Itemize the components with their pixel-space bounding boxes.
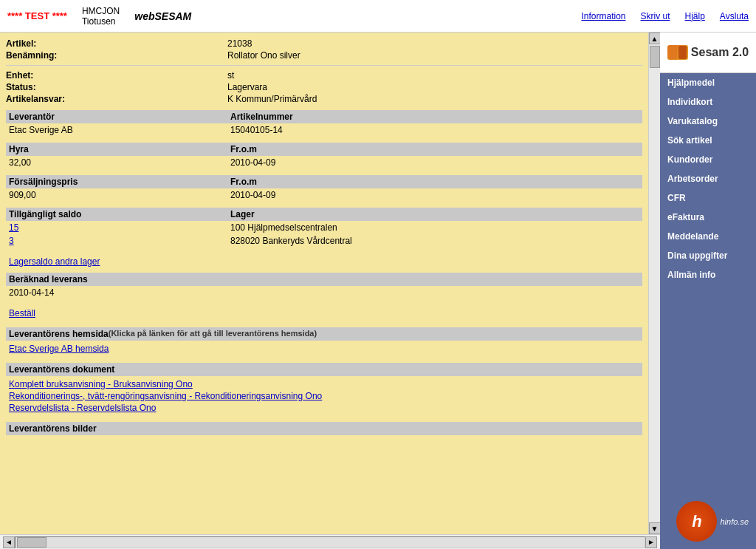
beraknad-data-row: 2010-04-14	[6, 286, 642, 299]
saldo-row1-lager: 100 Hjälpmedselscentralen	[230, 222, 639, 233]
hemsida-hint: (Klicka på länken för att gå till levera…	[109, 329, 317, 339]
app-name-suffix: SESAM	[154, 10, 191, 22]
enhet-row: Enhet: st	[6, 70, 642, 81]
sidebar-item-arbetsorder[interactable]: Arbetsorder	[660, 169, 756, 188]
sidebar-logo: Sesam 2.0	[660, 33, 756, 73]
artikelansvar-label: Artikelansvar:	[6, 94, 227, 104]
hemsida-label: Leverantörens hemsida	[9, 329, 109, 339]
enhet-value: st	[227, 70, 642, 81]
status-value: Lagervara	[227, 82, 642, 92]
user-line1: HMCJON	[82, 6, 120, 16]
nav-information[interactable]: Information	[581, 11, 625, 21]
forsaljningspris-col-header: Försäljningspris	[9, 177, 230, 187]
logo-box: Sesam 2.0	[667, 45, 749, 60]
hinfo-logo: h hinfo.se	[660, 494, 756, 549]
svg-rect-0	[669, 46, 677, 59]
dokument-section: Leverantörens dokument Komplett bruksanv…	[6, 363, 642, 416]
lagersaldo-section: Lagersaldo andra lager	[6, 253, 642, 270]
svg-rect-1	[678, 46, 687, 59]
dokument-link3[interactable]: Reservdelslista - Reservdelslista Ono	[9, 403, 639, 413]
content-area: Artikel: 21038 Benämning: Rollator Ono s…	[0, 33, 648, 534]
user-line2: Tiotusen	[82, 16, 120, 27]
dokument-link1[interactable]: Komplett bruksanvisning - Bruksanvisning…	[9, 379, 639, 389]
hyra-col-header: Hyra	[9, 144, 230, 154]
beraknad-label: Beräknad leverans	[9, 274, 88, 284]
nav-hjalp[interactable]: Hjälp	[685, 11, 705, 21]
sidebar-item-cfr[interactable]: CFR	[660, 188, 756, 208]
user-info: HMCJON Tiotusen	[82, 6, 120, 27]
status-label: Status:	[6, 82, 227, 92]
forsaljningspris-data-row: 909,00 2010-04-09	[6, 188, 642, 202]
sidebar-item-meddelande[interactable]: Meddelande	[660, 227, 756, 246]
app-name-prefix: web	[134, 10, 154, 22]
saldo-row1-value: 15	[9, 222, 230, 233]
nav-links: Information Skriv ut Hjälp Avsluta	[581, 11, 749, 21]
hyra-value: 32,00	[9, 157, 230, 168]
hyra-from-col-header: Fr.o.m	[230, 144, 639, 154]
sidebar-item-efaktura[interactable]: eFaktura	[660, 208, 756, 227]
hyra-from-value: 2010-04-09	[230, 157, 639, 168]
forsaljningspris-header: Försäljningspris Fr.o.m	[6, 175, 642, 188]
sidebar-item-kundorder[interactable]: Kundorder	[660, 150, 756, 169]
nav-avsluta[interactable]: Avsluta	[720, 11, 749, 21]
artikelnummer-value: 15040105-14	[230, 125, 639, 135]
dokument-link2[interactable]: Rekonditionerings-, tvätt-rengöringsanvi…	[9, 391, 639, 401]
sidebar-item-allman-info[interactable]: Allmän info	[660, 265, 756, 284]
divider1	[6, 65, 642, 66]
bestall-link[interactable]: Beställ	[9, 308, 639, 318]
artikel-label: Artikel:	[6, 38, 227, 49]
scroll-track[interactable]	[649, 44, 660, 522]
saldo-row2-lager: 828020 Bankeryds Vårdcentral	[230, 236, 639, 246]
saldo-col-header: Tillgängligt saldo	[9, 209, 230, 219]
artikel-row: Artikel: 21038	[6, 38, 642, 49]
sidebar-item-varukatalog[interactable]: Varukatalog	[660, 112, 756, 131]
dokument-links: Komplett bruksanvisning - Bruksanvisning…	[6, 376, 642, 416]
benamning-row: Benämning: Rollator Ono silver	[6, 50, 642, 61]
benamning-value: Rollator Ono silver	[227, 50, 642, 61]
sidebar-nav: HjälpmedelIndividkortVarukatalogSök arti…	[660, 73, 756, 284]
lager-col-header: Lager	[230, 209, 639, 219]
sidebar-item-hjalp-medel[interactable]: Hjälpmedel	[660, 73, 756, 92]
app-name: webSESAM	[134, 10, 191, 22]
dokument-label: Leverantörens dokument	[9, 364, 114, 375]
hyra-header: Hyra Fr.o.m	[6, 143, 642, 156]
scroll-thumb[interactable]	[650, 46, 660, 68]
scroll-thumb-horizontal[interactable]	[17, 537, 47, 548]
forsaljningspris-value: 909,00	[9, 190, 230, 200]
sidebar-item-sok-artikel[interactable]: Sök artikel	[660, 131, 756, 150]
saldo-header: Tillgängligt saldo Lager	[6, 208, 642, 221]
enhet-label: Enhet:	[6, 70, 227, 81]
nav-skriv-ut[interactable]: Skriv ut	[640, 11, 670, 21]
sidebar-item-dina-uppgifter[interactable]: Dina uppgifter	[660, 246, 756, 265]
logo-icon	[667, 45, 688, 60]
scroll-right-button[interactable]: ►	[645, 536, 657, 548]
scroll-up-button[interactable]: ▲	[649, 33, 661, 44]
top-bar: **** TEST **** HMCJON Tiotusen webSESAM …	[0, 0, 756, 33]
scroll-down-button[interactable]: ▼	[649, 522, 661, 534]
saldo-row2-link[interactable]: 3	[9, 236, 14, 246]
content-inner: Artikel: 21038 Benämning: Rollator Ono s…	[0, 33, 648, 441]
scroll-track-horizontal[interactable]	[15, 536, 645, 548]
leverantor-header: Leverantör Artikelnummer	[6, 110, 642, 123]
saldo-row1-link[interactable]: 15	[9, 222, 18, 233]
benamning-label: Benämning:	[6, 50, 227, 61]
vertical-scrollbar[interactable]: ▲ ▼	[648, 33, 660, 534]
forsaljningspris-from-col-header: Fr.o.m	[230, 177, 639, 187]
hinfo-text: hinfo.se	[720, 517, 749, 526]
hinfo-wrapper: h hinfo.se	[676, 501, 749, 542]
dokument-header: Leverantörens dokument	[6, 363, 642, 376]
hyra-data-row: 32,00 2010-04-09	[6, 156, 642, 169]
artikel-value: 21038	[227, 38, 642, 49]
bilder-section: Leverantörens bilder	[6, 422, 642, 435]
leverantor-data-row: Etac Sverige AB 15040105-14	[6, 123, 642, 137]
lagersaldo-link[interactable]: Lagersaldo andra lager	[9, 256, 639, 267]
horizontal-scrollbar[interactable]: ◄ ►	[0, 534, 660, 549]
beraknad-header: Beräknad leverans	[6, 273, 642, 286]
sidebar: Sesam 2.0 HjälpmedelIndividkortVarukatal…	[660, 33, 756, 549]
saldo-row1: 15 100 Hjälpmedselscentralen	[6, 221, 642, 234]
sidebar-item-individkort[interactable]: Individkort	[660, 92, 756, 112]
scroll-left-button[interactable]: ◄	[3, 536, 15, 548]
hemsida-link[interactable]: Etac Sverige AB hemsida	[9, 344, 639, 354]
hinfo-circle: h	[676, 501, 717, 542]
artikelansvar-value: K Kommun/Primärvård	[227, 94, 642, 104]
